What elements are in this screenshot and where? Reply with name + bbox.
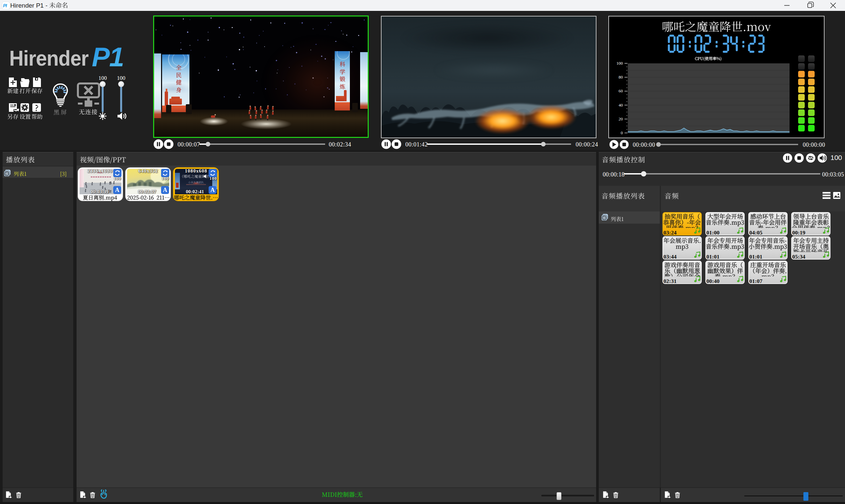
svg-text:60: 60 xyxy=(619,88,623,93)
svg-text:20: 20 xyxy=(619,116,623,121)
svg-text:0: 0 xyxy=(621,130,623,135)
svg-text:40: 40 xyxy=(619,103,623,108)
svg-text:80: 80 xyxy=(619,74,623,79)
svg-text:100: 100 xyxy=(617,61,623,66)
